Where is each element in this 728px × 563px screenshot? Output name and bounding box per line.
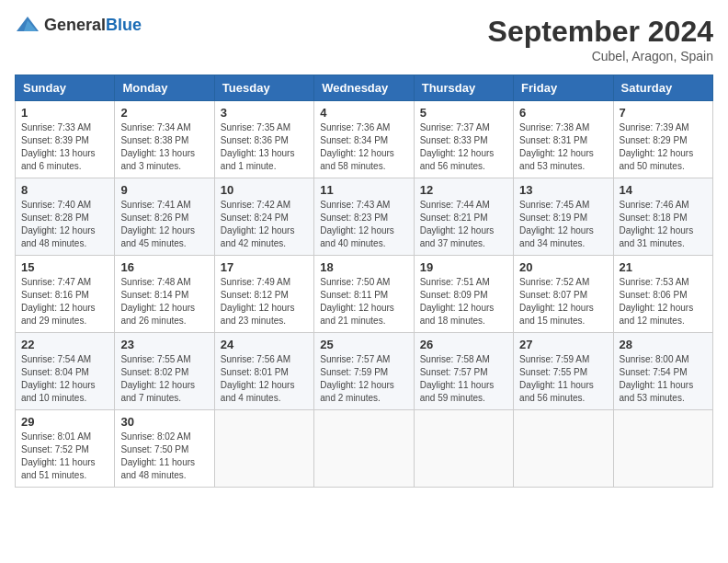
col-monday: Monday [115,75,214,101]
logo-text: GeneralBlue [44,16,142,35]
day-info: Sunrise: 7:37 AM Sunset: 8:33 PM Dayligh… [420,121,507,173]
table-row: 2Sunrise: 7:34 AM Sunset: 8:38 PM Daylig… [115,101,214,178]
table-row: 28Sunrise: 8:00 AM Sunset: 7:54 PM Dayli… [613,333,712,410]
day-info: Sunrise: 7:46 AM Sunset: 8:18 PM Dayligh… [620,199,707,250]
table-row [613,410,712,488]
day-number: 18 [320,260,407,274]
day-number: 15 [21,260,108,274]
day-info: Sunrise: 7:34 AM Sunset: 8:38 PM Dayligh… [120,121,208,173]
calendar-week-2: 8Sunrise: 7:40 AM Sunset: 8:28 PM Daylig… [16,178,713,256]
day-number: 1 [21,106,108,120]
table-row: 12Sunrise: 7:44 AM Sunset: 8:21 PM Dayli… [414,178,513,256]
day-info: Sunrise: 7:52 AM Sunset: 8:07 PM Dayligh… [519,276,607,327]
table-row: 26Sunrise: 7:58 AM Sunset: 7:57 PM Dayli… [414,333,513,410]
day-info: Sunrise: 7:59 AM Sunset: 7:55 PM Dayligh… [519,353,607,405]
table-row: 11Sunrise: 7:43 AM Sunset: 8:23 PM Dayli… [314,178,414,256]
col-friday: Friday [514,75,613,101]
logo-icon [15,15,40,35]
table-row: 10Sunrise: 7:42 AM Sunset: 8:24 PM Dayli… [214,178,313,256]
table-row: 22Sunrise: 7:54 AM Sunset: 8:04 PM Dayli… [16,333,115,410]
table-row: 4Sunrise: 7:36 AM Sunset: 8:34 PM Daylig… [314,101,414,178]
table-row: 17Sunrise: 7:49 AM Sunset: 8:12 PM Dayli… [214,256,313,333]
day-info: Sunrise: 7:42 AM Sunset: 8:24 PM Dayligh… [221,199,308,250]
day-info: Sunrise: 7:56 AM Sunset: 8:01 PM Dayligh… [221,353,308,405]
logo: GeneralBlue [15,15,142,35]
table-row: 20Sunrise: 7:52 AM Sunset: 8:07 PM Dayli… [514,256,613,333]
calendar-week-3: 15Sunrise: 7:47 AM Sunset: 8:16 PM Dayli… [16,256,713,333]
day-info: Sunrise: 7:58 AM Sunset: 7:57 PM Dayligh… [420,353,507,405]
calendar-week-5: 29Sunrise: 8:01 AM Sunset: 7:52 PM Dayli… [16,410,713,488]
day-number: 16 [120,260,208,274]
day-info: Sunrise: 7:49 AM Sunset: 8:12 PM Dayligh… [221,276,308,327]
day-number: 20 [519,260,607,274]
day-info: Sunrise: 7:57 AM Sunset: 7:59 PM Dayligh… [320,353,407,405]
day-number: 5 [420,106,507,120]
table-row: 16Sunrise: 7:48 AM Sunset: 8:14 PM Dayli… [115,256,214,333]
day-number: 22 [21,338,108,351]
day-info: Sunrise: 7:54 AM Sunset: 8:04 PM Dayligh… [21,353,108,405]
day-number: 11 [320,183,407,197]
day-info: Sunrise: 7:38 AM Sunset: 8:31 PM Dayligh… [519,121,607,173]
table-row: 1Sunrise: 7:33 AM Sunset: 8:39 PM Daylig… [16,101,115,178]
day-number: 6 [519,106,607,120]
month-title: September 2024 [488,15,713,49]
day-info: Sunrise: 7:55 AM Sunset: 8:02 PM Dayligh… [120,353,208,405]
day-info: Sunrise: 7:48 AM Sunset: 8:14 PM Dayligh… [120,276,208,327]
table-row: 3Sunrise: 7:35 AM Sunset: 8:36 PM Daylig… [214,101,313,178]
table-row: 24Sunrise: 7:56 AM Sunset: 8:01 PM Dayli… [214,333,313,410]
day-number: 7 [620,106,707,120]
day-info: Sunrise: 7:33 AM Sunset: 8:39 PM Dayligh… [21,121,108,173]
table-row: 6Sunrise: 7:38 AM Sunset: 8:31 PM Daylig… [514,101,613,178]
day-info: Sunrise: 7:36 AM Sunset: 8:34 PM Dayligh… [320,121,407,173]
day-info: Sunrise: 7:39 AM Sunset: 8:29 PM Dayligh… [620,121,707,173]
day-number: 25 [320,338,407,351]
day-number: 28 [620,338,707,351]
title-area: September 2024 Cubel, Aragon, Spain [488,15,713,63]
table-row: 13Sunrise: 7:45 AM Sunset: 8:19 PM Dayli… [514,178,613,256]
day-info: Sunrise: 7:40 AM Sunset: 8:28 PM Dayligh… [21,199,108,250]
table-row: 14Sunrise: 7:46 AM Sunset: 8:18 PM Dayli… [613,178,712,256]
day-number: 4 [320,106,407,120]
table-row [514,410,613,488]
day-number: 27 [519,338,607,351]
day-number: 12 [420,183,507,197]
day-number: 2 [120,106,208,120]
day-info: Sunrise: 7:43 AM Sunset: 8:23 PM Dayligh… [320,199,407,250]
day-number: 23 [120,338,208,351]
day-info: Sunrise: 7:47 AM Sunset: 8:16 PM Dayligh… [21,276,108,327]
col-saturday: Saturday [613,75,712,101]
table-row: 15Sunrise: 7:47 AM Sunset: 8:16 PM Dayli… [16,256,115,333]
day-info: Sunrise: 7:50 AM Sunset: 8:11 PM Dayligh… [320,276,407,327]
calendar-table: Sunday Monday Tuesday Wednesday Thursday… [15,75,713,488]
col-tuesday: Tuesday [214,75,313,101]
col-sunday: Sunday [16,75,115,101]
logo-general: General [44,16,106,34]
day-info: Sunrise: 7:51 AM Sunset: 8:09 PM Dayligh… [420,276,507,327]
page-header: GeneralBlue September 2024 Cubel, Aragon… [15,15,713,63]
table-row [214,410,313,488]
day-number: 21 [620,260,707,274]
table-row: 7Sunrise: 7:39 AM Sunset: 8:29 PM Daylig… [613,101,712,178]
day-info: Sunrise: 7:41 AM Sunset: 8:26 PM Dayligh… [120,199,208,250]
table-row: 8Sunrise: 7:40 AM Sunset: 8:28 PM Daylig… [16,178,115,256]
day-number: 26 [420,338,507,351]
table-row: 27Sunrise: 7:59 AM Sunset: 7:55 PM Dayli… [514,333,613,410]
day-info: Sunrise: 8:02 AM Sunset: 7:50 PM Dayligh… [120,431,208,482]
table-row: 18Sunrise: 7:50 AM Sunset: 8:11 PM Dayli… [314,256,414,333]
table-row: 30Sunrise: 8:02 AM Sunset: 7:50 PM Dayli… [115,410,214,488]
day-info: Sunrise: 8:01 AM Sunset: 7:52 PM Dayligh… [21,431,108,482]
day-number: 29 [21,415,108,429]
day-number: 3 [221,106,308,120]
day-info: Sunrise: 7:44 AM Sunset: 8:21 PM Dayligh… [420,199,507,250]
table-row: 9Sunrise: 7:41 AM Sunset: 8:26 PM Daylig… [115,178,214,256]
day-info: Sunrise: 8:00 AM Sunset: 7:54 PM Dayligh… [620,353,707,405]
day-number: 13 [519,183,607,197]
table-row: 29Sunrise: 8:01 AM Sunset: 7:52 PM Dayli… [16,410,115,488]
col-wednesday: Wednesday [314,75,414,101]
day-info: Sunrise: 7:45 AM Sunset: 8:19 PM Dayligh… [519,199,607,250]
day-number: 8 [21,183,108,197]
day-number: 17 [221,260,308,274]
day-number: 30 [120,415,208,429]
table-row [314,410,414,488]
location-title: Cubel, Aragon, Spain [488,49,713,63]
